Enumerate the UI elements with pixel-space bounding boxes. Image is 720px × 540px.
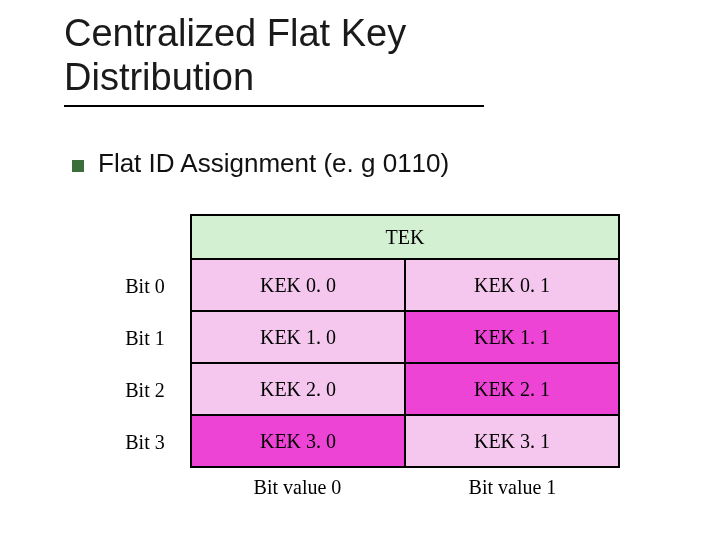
subtitle-row: Flat ID Assignment (e. g 0110) [72,148,449,179]
subtitle-text: Flat ID Assignment (e. g 0110) [98,148,449,179]
row-labels: Bit 0 Bit 1 Bit 2 Bit 3 [110,260,180,468]
tek-header: TEK [191,215,619,259]
row-label-3: Bit 3 [110,416,180,468]
cell-1-1: KEK 1. 1 [405,311,619,363]
slide-title: Centralized Flat Key Distribution [64,12,680,99]
cell-2-1: KEK 2. 1 [405,363,619,415]
title-underline [64,105,484,107]
row-label-2: Bit 2 [110,364,180,416]
row-label-1: Bit 1 [110,312,180,364]
cell-3-0: KEK 3. 0 [191,415,405,467]
cell-0-1: KEK 0. 1 [405,259,619,311]
cell-2-0: KEK 2. 0 [191,363,405,415]
table-row: KEK 3. 0 KEK 3. 1 [191,415,619,467]
bullet-icon [72,160,84,172]
cell-0-0: KEK 0. 0 [191,259,405,311]
table-row: KEK 2. 0 KEK 2. 1 [191,363,619,415]
kek-table-wrap: TEK KEK 0. 0 KEK 0. 1 KEK 1. 0 KEK 1. 1 … [190,214,620,468]
kek-table: TEK KEK 0. 0 KEK 0. 1 KEK 1. 0 KEK 1. 1 … [190,214,620,468]
table-row: KEK 1. 0 KEK 1. 1 [191,311,619,363]
cell-3-1: KEK 3. 1 [405,415,619,467]
title-line-2: Distribution [64,56,254,98]
cell-1-0: KEK 1. 0 [191,311,405,363]
slide: Centralized Flat Key Distribution Flat I… [0,0,720,540]
title-line-1: Centralized Flat Key [64,12,406,54]
footer-row: Bit value 0 Bit value 1 [190,476,620,499]
table-row: KEK 0. 0 KEK 0. 1 [191,259,619,311]
title-area: Centralized Flat Key Distribution [64,12,680,107]
row-label-0: Bit 0 [110,260,180,312]
footer-bitvalue-1: Bit value 1 [405,476,620,499]
footer-bitvalue-0: Bit value 0 [190,476,405,499]
